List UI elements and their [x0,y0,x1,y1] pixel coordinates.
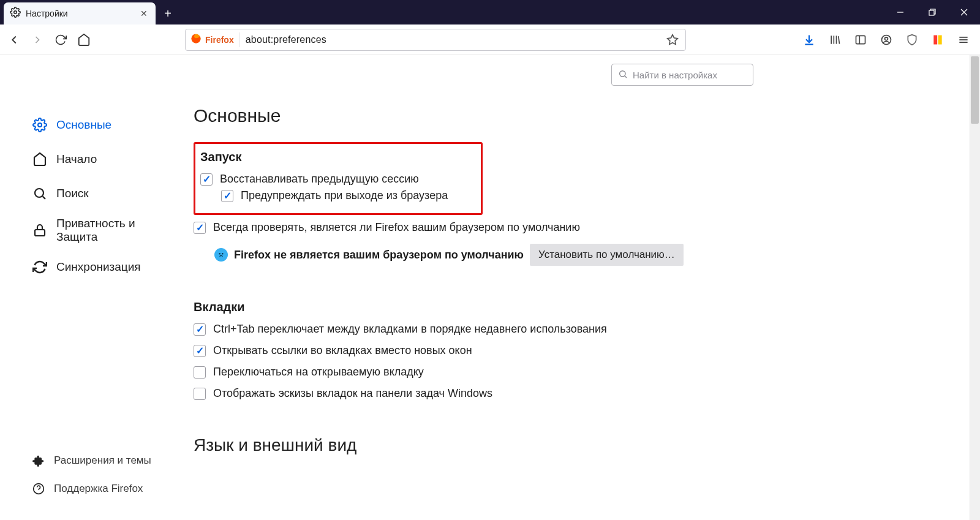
search-icon [618,69,628,81]
search-icon [32,186,48,202]
sidebar-item-general[interactable]: Основные [0,108,194,142]
svg-line-29 [625,76,627,78]
bookmark-flag-icon[interactable] [929,31,947,49]
startup-heading: Запуск [200,150,476,164]
checkbox-icon [200,173,213,186]
section-startup: Запуск Восстанавливать предыдущую сессию… [194,142,745,266]
sidebar-item-label: Основные [56,118,111,132]
gear-icon [10,7,21,20]
search-placeholder: Найти в настройках [633,70,717,80]
sidebar-item-label: Расширения и темы [54,454,151,467]
account-button[interactable] [877,31,895,49]
lang-appearance-heading: Язык и внешний вид [194,435,980,455]
not-default-text: Firefox не является вашим браузером по у… [234,249,524,262]
svg-point-28 [620,70,625,76]
set-default-button[interactable]: Установить по умолчанию… [530,244,684,266]
svg-marker-7 [668,34,678,44]
svg-point-23 [35,189,43,197]
sidebar-button[interactable] [851,31,870,49]
lock-icon [32,222,48,238]
home-button[interactable] [72,28,96,51]
checkbox-icon [194,388,206,400]
sad-face-icon [214,248,228,262]
open-in-tabs-checkbox[interactable]: Открывать ссылки во вкладках вместо новы… [194,344,745,357]
checkbox-label: Открывать ссылки во вкладках вместо новы… [213,344,472,357]
checkbox-icon [194,222,206,234]
sidebar-item-sync[interactable]: Синхронизация [0,250,194,284]
sidebar-item-label: Приватность и Защита [56,217,160,244]
checkbox-label: Переключаться на открываемую вкладку [213,366,424,379]
scroll-thumb[interactable] [971,56,979,124]
forward-button[interactable] [26,28,49,51]
checkbox-label: Отображать эскизы вкладок на панели зада… [213,387,492,400]
svg-rect-3 [929,10,934,15]
taskbar-thumbnails-checkbox[interactable]: Отображать эскизы вкладок на панели зада… [194,387,745,400]
always-check-default-checkbox[interactable]: Всегда проверять, является ли Firefox ва… [194,221,745,234]
back-button[interactable] [2,28,26,51]
switch-tab-checkbox[interactable]: Переключаться на открываемую вкладку [194,366,745,379]
tabs-heading: Вкладки [194,300,745,314]
default-browser-row: Firefox не является вашим браузером по у… [194,244,745,266]
gear-icon [32,117,48,133]
preferences-main: Найти в настройках Основные Запуск Восст… [194,55,980,520]
reload-button[interactable] [49,28,72,51]
checkbox-label: Всегда проверять, является ли Firefox ва… [213,221,580,234]
checkbox-icon [221,190,233,202]
sidebar-item-privacy[interactable]: Приватность и Защита [0,211,194,250]
shield-icon[interactable] [903,31,921,49]
maximize-button[interactable] [916,0,948,24]
identity-label: Firefox [205,35,234,45]
minimize-button[interactable] [884,0,916,24]
svg-point-31 [222,254,223,254]
svg-point-16 [885,37,888,40]
checkbox-icon [194,323,206,336]
close-window-button[interactable] [948,0,980,24]
svg-point-22 [38,123,42,127]
home-icon [32,151,48,167]
toolbar-extras [800,31,978,49]
settings-search-input[interactable]: Найти в настройках [611,64,753,86]
checkbox-label: Восстанавливать предыдущую сессию [220,173,419,186]
help-icon [32,482,45,496]
bookmark-star-button[interactable] [665,32,680,48]
settings-sidebar: Основные Начало Поиск Приватность и Защи… [0,55,194,520]
firefox-icon [190,33,202,47]
sidebar-item-label: Поиск [56,187,89,200]
url-bar[interactable]: Firefox about:preferences [185,29,686,51]
tab-title: Настройки [26,9,68,18]
ctrl-tab-checkbox[interactable]: Ctrl+Tab переключает между вкладками в п… [194,323,745,336]
svg-rect-18 [938,35,942,44]
svg-point-30 [219,254,220,254]
sidebar-item-home[interactable]: Начало [0,142,194,176]
sidebar-item-label: Начало [56,153,97,166]
checkbox-icon [194,366,206,379]
section-tabs: Вкладки Ctrl+Tab переключает между вклад… [194,300,745,400]
sidebar-item-support[interactable]: Поддержка Firefox [0,475,194,503]
restore-session-checkbox[interactable]: Восстанавливать предыдущую сессию [200,173,476,186]
nav-bar: Firefox about:preferences [0,24,980,55]
content-area: Основные Начало Поиск Приватность и Защи… [0,55,980,520]
checkbox-label: Предупреждать при выходе из браузера [241,189,448,202]
sidebar-item-search[interactable]: Поиск [0,176,194,211]
identity-badge[interactable]: Firefox [190,32,239,47]
sidebar-item-label: Поддержка Firefox [54,483,143,495]
downloads-button[interactable] [800,31,818,49]
sidebar-item-label: Синхронизация [56,260,141,274]
sync-icon [32,259,48,275]
url-text: about:preferences [246,34,326,45]
svg-rect-25 [35,230,45,236]
puzzle-icon [32,454,45,467]
browser-tab[interactable]: Настройки ✕ [4,2,156,24]
app-menu-button[interactable] [954,31,973,49]
warn-exit-checkbox[interactable]: Предупреждать при выходе из браузера [200,189,476,202]
sidebar-item-extensions[interactable]: Расширения и темы [0,447,194,475]
scrollbar[interactable] [970,55,980,520]
highlighted-startup-box: Запуск Восстанавливать предыдущую сессию… [194,142,483,215]
svg-line-24 [43,197,45,199]
svg-point-0 [14,11,17,14]
svg-rect-17 [933,35,937,44]
library-button[interactable] [826,31,844,49]
checkbox-icon [194,345,206,357]
new-tab-button[interactable]: + [158,4,178,23]
tab-close-button[interactable]: ✕ [138,8,149,19]
